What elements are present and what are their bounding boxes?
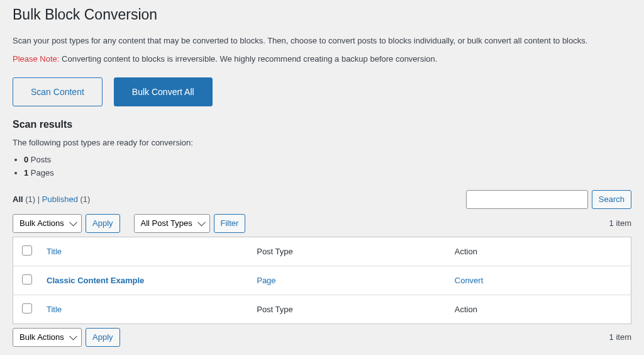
- scan-counts-list: 0 Posts 1 Pages: [24, 155, 631, 178]
- search-button[interactable]: Search: [592, 190, 631, 209]
- items-count-bottom: 1 item: [609, 332, 631, 342]
- filter-published-count: (1): [80, 194, 91, 204]
- filter-all-count: (1): [25, 194, 35, 204]
- note-body: Converting content to blocks is irrevers…: [59, 54, 437, 64]
- table-row: Classic Content Example Page Convert: [13, 266, 631, 295]
- post-types-select-wrap: All Post Types: [134, 214, 210, 233]
- bulk-actions-select-wrap-bottom: Bulk Actions: [13, 328, 82, 347]
- row-convert-link[interactable]: Convert: [455, 276, 484, 285]
- column-header-post-type: Post Type: [250, 237, 448, 266]
- results-table: Title Post Type Action Classic Content E…: [13, 237, 631, 324]
- bulk-actions-select[interactable]: Bulk Actions: [13, 214, 82, 233]
- bulk-actions-select-wrap: Bulk Actions: [13, 214, 82, 233]
- items-count-top: 1 item: [609, 218, 631, 228]
- tablenav-bottom-left: Bulk Actions Apply: [13, 328, 120, 347]
- column-header-action: Action: [448, 237, 631, 266]
- apply-button-bottom[interactable]: Apply: [86, 328, 120, 347]
- filter-published[interactable]: Published: [42, 194, 78, 204]
- tablenav-bottom: Bulk Actions Apply 1 item: [13, 328, 631, 347]
- search-input[interactable]: [466, 190, 588, 209]
- column-header-title[interactable]: Title: [47, 247, 62, 256]
- filter-all[interactable]: All: [13, 194, 23, 204]
- count-label: Posts: [28, 155, 51, 164]
- list-item: 0 Posts: [24, 155, 631, 164]
- page-title: Bulk Block Conversion: [13, 0, 631, 27]
- tablenav-top-left: Bulk Actions Apply All Post Types Filter: [13, 214, 245, 233]
- bulk-convert-all-button[interactable]: Bulk Convert All: [114, 77, 213, 106]
- row-checkbox[interactable]: [22, 274, 32, 285]
- subsub-search-row: All (1) | Published (1) Search: [13, 190, 631, 209]
- apply-button-top[interactable]: Apply: [86, 214, 120, 233]
- intro-text: Scan your post types for any content tha…: [13, 36, 631, 45]
- count-label: Pages: [28, 168, 53, 178]
- status-filters: All (1) | Published (1): [13, 194, 90, 204]
- row-post-type-link[interactable]: Page: [257, 276, 275, 285]
- column-footer-action: Action: [448, 295, 631, 324]
- scan-results-heading: Scan results: [13, 119, 631, 130]
- search-box: Search: [466, 190, 631, 209]
- list-item: 1 Pages: [24, 168, 631, 178]
- scan-results-subtext: The following post types are ready for c…: [13, 138, 631, 147]
- column-footer-post-type: Post Type: [250, 295, 448, 324]
- filter-separator: |: [38, 194, 42, 204]
- note-label: Please Note:: [13, 54, 59, 64]
- select-all-checkbox-bottom[interactable]: [22, 303, 32, 313]
- tablenav-top: Bulk Actions Apply All Post Types Filter…: [13, 214, 631, 233]
- row-title-link[interactable]: Classic Content Example: [47, 276, 144, 285]
- primary-actions: Scan Content Bulk Convert All: [13, 77, 631, 106]
- filter-button[interactable]: Filter: [214, 214, 246, 233]
- scan-content-button[interactable]: Scan Content: [13, 77, 103, 106]
- note-text: Please Note: Converting content to block…: [13, 54, 631, 64]
- post-types-select[interactable]: All Post Types: [134, 214, 210, 233]
- bulk-actions-select-bottom[interactable]: Bulk Actions: [13, 328, 82, 347]
- column-footer-title[interactable]: Title: [47, 305, 62, 314]
- select-all-checkbox-top[interactable]: [22, 245, 32, 256]
